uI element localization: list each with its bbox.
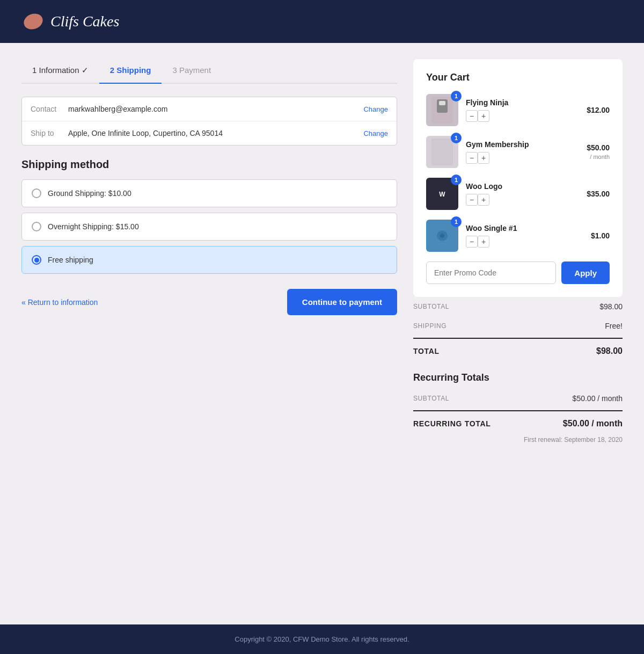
item-details-gym: Gym Membership − + [466, 140, 579, 164]
woo-logo-img-svg: W [431, 180, 453, 207]
apply-promo-button[interactable]: Apply [561, 261, 610, 284]
promo-row: Apply [426, 261, 610, 284]
footer-text: Copyright © 2020, CFW Demo Store. All ri… [235, 635, 409, 643]
svg-rect-3 [439, 101, 445, 105]
total-label: TOTAL [413, 347, 440, 355]
ship-to-change-button[interactable]: Change [363, 129, 388, 137]
shipping-option-overnight-label: Overnight Shipping: $15.00 [48, 222, 139, 231]
item-qty-controls-woo-logo: − + [466, 194, 579, 206]
contact-label: Contact [31, 105, 68, 113]
footer: Copyright © 2020, CFW Demo Store. All ri… [0, 624, 644, 654]
radio-overnight [32, 222, 41, 231]
qty-increase-woo-single[interactable]: + [478, 236, 489, 248]
ship-to-label: Ship to [31, 129, 68, 137]
gym-img-svg [431, 139, 453, 165]
contact-row: Contact markwahlberg@example.com Change [22, 97, 397, 121]
tab-shipping-label: 2 Shipping [110, 66, 151, 75]
item-image-wrap-flying-ninja: 1 [426, 94, 458, 126]
shipping-option-ground-label: Ground Shipping: $10.00 [48, 189, 131, 198]
logo-icon [21, 10, 45, 33]
radio-free [32, 255, 41, 265]
recurring-total-value: $50.00 / month [563, 419, 623, 428]
item-image-wrap-woo-single: 1 [426, 220, 458, 252]
item-image-wrap-woo-logo: W 1 [426, 178, 458, 210]
qty-increase-flying-ninja[interactable]: + [478, 110, 489, 122]
tab-payment[interactable]: 3 Payment [162, 59, 222, 83]
header: Clifs Cakes [0, 0, 644, 43]
item-name-gym: Gym Membership [466, 140, 579, 149]
ship-to-row: Ship to Apple, One Infinite Loop, Cupert… [22, 121, 397, 145]
flying-ninja-img-svg [431, 97, 453, 123]
cart-box: Your Cart 1 Flying Ninja [413, 59, 623, 297]
woo-single-img-svg [431, 222, 453, 249]
checkout-tabs: 1 Information ✓ 2 Shipping 3 Payment [21, 59, 397, 84]
shipping-label: SHIPPING [413, 322, 447, 330]
cart-item-woo-single: 1 Woo Single #1 − + $1.00 [426, 220, 610, 252]
continue-to-payment-button[interactable]: Continue to payment [287, 289, 397, 315]
item-name-flying-ninja: Flying Ninja [466, 98, 579, 107]
recurring-divider [413, 410, 623, 411]
shipping-row: SHIPPING Free! [413, 316, 623, 336]
main-content: 1 Information ✓ 2 Shipping 3 Payment Con… [0, 43, 644, 624]
item-details-woo-logo: Woo Logo − + [466, 182, 579, 206]
item-price-woo-single: $1.00 [591, 231, 610, 240]
qty-decrease-gym[interactable]: − [466, 152, 478, 164]
promo-code-input[interactable] [426, 261, 556, 284]
qty-increase-gym[interactable]: + [478, 152, 489, 164]
recurring-subtotal-row: SUBTOTAL $50.00 / month [413, 389, 623, 408]
qty-decrease-woo-single[interactable]: − [466, 236, 478, 248]
right-panel: Your Cart 1 Flying Ninja [413, 59, 623, 608]
contact-value: markwahlberg@example.com [68, 105, 363, 113]
qty-increase-woo-logo[interactable]: + [478, 194, 489, 206]
totals-divider [413, 338, 623, 339]
recurring-section: Recurring Totals SUBTOTAL $50.00 / month… [413, 372, 623, 444]
subtotal-row: SUBTOTAL $98.00 [413, 297, 623, 316]
subtotal-value: $98.00 [599, 302, 623, 311]
svg-point-0 [21, 11, 45, 32]
tab-information[interactable]: 1 Information ✓ [21, 59, 99, 83]
item-price-sub-gym: / month [590, 154, 610, 160]
item-price-gym: $50.00 / month [587, 143, 610, 161]
qty-decrease-flying-ninja[interactable]: − [466, 110, 478, 122]
svg-text:W: W [439, 191, 445, 198]
left-panel: 1 Information ✓ 2 Shipping 3 Payment Con… [21, 59, 397, 608]
tab-shipping[interactable]: 2 Shipping [99, 59, 162, 83]
total-value: $98.00 [596, 346, 623, 356]
cart-item-woo-logo: W 1 Woo Logo − + $35.00 [426, 178, 610, 210]
item-qty-controls-woo-single: − + [466, 236, 583, 248]
logo: Clifs Cakes [21, 10, 119, 33]
item-price-woo-logo: $35.00 [587, 190, 610, 198]
radio-ground [32, 188, 41, 198]
total-row: TOTAL $98.00 [413, 341, 623, 361]
qty-decrease-woo-logo[interactable]: − [466, 194, 478, 206]
renewal-label: First renewal: September 18, 2020 [413, 436, 623, 444]
shipping-option-ground[interactable]: Ground Shipping: $10.00 [21, 179, 397, 207]
tab-payment-label: 3 Payment [172, 66, 211, 75]
recurring-total-row: RECURRING TOTAL $50.00 / month [413, 413, 623, 434]
shipping-section-title: Shipping method [21, 158, 397, 171]
shipping-option-overnight[interactable]: Overnight Shipping: $15.00 [21, 213, 397, 241]
cart-item-gym-membership: 1 Gym Membership − + $50.00 / month [426, 136, 610, 168]
item-qty-controls-flying-ninja: − + [466, 110, 579, 122]
item-details-woo-single: Woo Single #1 − + [466, 224, 583, 248]
logo-text: Clifs Cakes [50, 13, 119, 30]
item-name-woo-logo: Woo Logo [466, 182, 579, 191]
item-badge-woo-logo: 1 [451, 175, 462, 185]
svg-rect-4 [431, 139, 453, 165]
return-to-information-link[interactable]: « Return to information [21, 298, 98, 307]
checkout-actions: « Return to information Continue to paym… [21, 289, 397, 315]
item-badge-flying-ninja: 1 [451, 91, 462, 101]
shipping-option-free[interactable]: Free shipping [21, 246, 397, 274]
item-qty-controls-gym: − + [466, 152, 579, 164]
info-box: Contact markwahlberg@example.com Change … [21, 97, 397, 146]
contact-change-button[interactable]: Change [363, 105, 388, 113]
recurring-subtotal-value: $50.00 / month [573, 394, 623, 403]
svg-point-9 [440, 234, 444, 238]
subtotal-label: SUBTOTAL [413, 303, 449, 310]
item-details-flying-ninja: Flying Ninja − + [466, 98, 579, 122]
tab-information-label: 1 Information ✓ [32, 66, 89, 75]
recurring-subtotal-label: SUBTOTAL [413, 395, 449, 402]
item-image-wrap-gym: 1 [426, 136, 458, 168]
totals-section: SUBTOTAL $98.00 SHIPPING Free! TOTAL $98… [413, 297, 623, 444]
shipping-option-free-label: Free shipping [48, 256, 93, 264]
